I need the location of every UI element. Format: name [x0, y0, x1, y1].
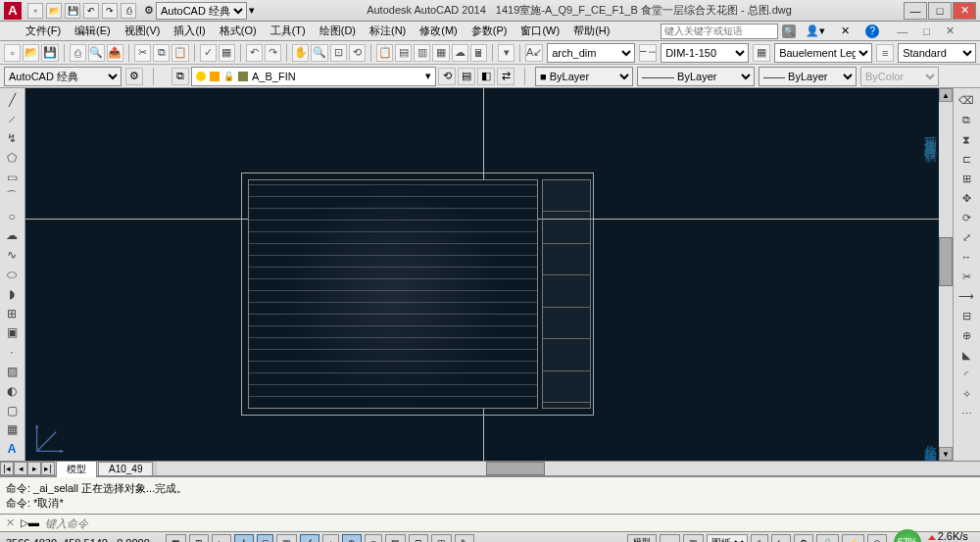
lwt-button[interactable]: ≡	[365, 534, 381, 543]
plot-icon[interactable]: ⎙	[70, 44, 86, 62]
hardware-accel-icon[interactable]: ⚡	[842, 534, 864, 543]
pline-icon[interactable]: ↯	[1, 129, 23, 149]
menu-draw[interactable]: 绘图(D)	[314, 22, 362, 40]
menu-help[interactable]: 帮助(H)	[567, 22, 615, 40]
annovis-icon[interactable]: A	[751, 534, 768, 543]
dim-style-icon[interactable]: ⊢⊣	[639, 44, 657, 62]
layer-select[interactable]: 🔓 A_B_FIN ▾	[191, 67, 436, 86]
circle-icon[interactable]: ○	[1, 207, 23, 226]
trim-icon[interactable]: ✂	[955, 267, 978, 286]
maximize-button[interactable]: □	[928, 2, 952, 20]
erase-icon[interactable]: ⌫	[955, 90, 978, 110]
xline-icon[interactable]: ⟋	[1, 110, 23, 129]
tab-model[interactable]: 模型	[56, 461, 97, 477]
vscrollbar[interactable]: ▲ ▼	[939, 88, 953, 461]
preview-icon[interactable]: 🔍	[88, 44, 105, 62]
text-style-select[interactable]: arch_dim	[547, 43, 635, 63]
annoauto-icon[interactable]: ⇆	[771, 534, 791, 543]
revcloud-icon[interactable]: ☁	[1, 226, 23, 246]
properties-icon[interactable]: 📋	[376, 44, 393, 62]
plotstyle-select[interactable]: ByColor	[860, 67, 939, 86]
menu-edit[interactable]: 编辑(E)	[69, 22, 117, 40]
osnap-button[interactable]: □	[257, 534, 273, 543]
gradient-icon[interactable]: ◐	[1, 381, 23, 401]
table-style-icon[interactable]: ▦	[753, 44, 770, 62]
hatch-icon[interactable]: ▨	[1, 362, 23, 381]
layer-iso-icon[interactable]: ◧	[477, 68, 495, 85]
move-icon[interactable]: ✥	[955, 188, 978, 208]
grid-button[interactable]: ⊞	[189, 534, 209, 543]
linetype-select[interactable]: ——— ByLayer	[637, 67, 755, 86]
hscrollbar[interactable]	[157, 462, 980, 475]
workspace-select[interactable]: AutoCAD 经典	[156, 2, 247, 20]
break-icon[interactable]: ⊟	[955, 306, 978, 325]
layer-manager-icon[interactable]: ⧉	[172, 68, 189, 85]
polygon-icon[interactable]: ⬠	[1, 148, 23, 168]
annoscale-select[interactable]: 图纸	[707, 534, 748, 543]
menu-insert[interactable]: 插入(I)	[168, 22, 211, 40]
model-button[interactable]: 模型	[627, 534, 657, 543]
qp-button[interactable]: ⊡	[409, 534, 428, 543]
3dosnap-button[interactable]: ▣	[276, 534, 297, 543]
ml-style-icon[interactable]: ≡	[876, 44, 894, 62]
ws-settings-icon[interactable]: ⚙	[125, 68, 143, 85]
tab-last-icon[interactable]: ▸|	[41, 462, 55, 475]
copy2-icon[interactable]: ⧉	[955, 110, 978, 129]
redo2-icon[interactable]: ↷	[265, 44, 281, 62]
calc-icon[interactable]: 🖩	[470, 44, 487, 62]
undo-icon[interactable]: ↶	[83, 3, 99, 19]
close-button[interactable]: ✕	[953, 2, 976, 20]
sc-button[interactable]: ◫	[431, 534, 452, 543]
offset-icon[interactable]: ⊏	[955, 149, 978, 169]
paste-icon[interactable]: 📋	[172, 44, 188, 62]
ws-switch-icon[interactable]: ⚙	[794, 534, 813, 543]
lineweight-select[interactable]: —— ByLayer	[759, 67, 857, 86]
drawing-canvas[interactable]: 种下希望就会收获 你是我的小呀小苹 ▲ ▼	[25, 88, 953, 461]
cut-icon[interactable]: ✂	[134, 44, 151, 62]
spline-icon[interactable]: ∿	[1, 245, 23, 265]
workspace-switcher[interactable]: ⚙ AutoCAD 经典 ▾	[144, 2, 255, 20]
save2-icon[interactable]: 💾	[41, 44, 58, 62]
dim-style-select[interactable]: DIM-1-150	[661, 43, 749, 63]
point-icon[interactable]: ·	[1, 342, 23, 362]
ssm-icon[interactable]: ▦	[432, 44, 449, 62]
menu-window[interactable]: 窗口(W)	[514, 22, 565, 40]
open-icon[interactable]: 📂	[46, 3, 62, 19]
undo2-icon[interactable]: ↶	[246, 44, 263, 62]
chamfer-icon[interactable]: ◣	[955, 345, 978, 365]
ducs-button[interactable]: ⟑	[322, 534, 339, 543]
app-logo-icon[interactable]: A	[4, 2, 22, 20]
mirror-icon[interactable]: ⧗	[955, 129, 978, 149]
qnew-icon[interactable]: ▫	[4, 44, 21, 62]
mtext-icon[interactable]: A	[1, 439, 23, 459]
snap-button[interactable]: ▦	[166, 534, 186, 543]
rectangle-icon[interactable]: ▭	[1, 168, 23, 187]
open2-icon[interactable]: 📂	[23, 44, 39, 62]
markup-icon[interactable]: ☁	[452, 44, 468, 62]
copy-icon[interactable]: ⧉	[153, 44, 170, 62]
text-style-icon[interactable]: A↙	[525, 44, 543, 62]
publish-icon[interactable]: 📤	[107, 44, 123, 62]
zoom-prev-icon[interactable]: ⟲	[349, 44, 366, 62]
match-icon[interactable]: ✓	[200, 44, 217, 62]
workspace2-select[interactable]: AutoCAD 经典	[4, 67, 122, 86]
block-icon[interactable]: ▦	[219, 44, 235, 62]
command-input[interactable]	[45, 517, 974, 529]
region-icon[interactable]: ▢	[1, 401, 23, 420]
table-icon[interactable]: ▦	[1, 420, 23, 440]
help-icon[interactable]: ?	[865, 25, 879, 38]
modify-more-icon[interactable]: ⋯	[955, 404, 978, 423]
zoom-win-icon[interactable]: ⊡	[330, 44, 347, 62]
tpy-button[interactable]: ▤	[385, 534, 406, 543]
toolbar-lock-icon[interactable]: 🔒	[816, 534, 839, 543]
fillet-icon[interactable]: ◜	[955, 365, 978, 384]
ellarc-icon[interactable]: ◗	[1, 284, 23, 304]
menu-view[interactable]: 视图(V)	[119, 22, 167, 40]
arc-icon[interactable]: ⌒	[1, 187, 23, 207]
ellipse-icon[interactable]: ⬭	[1, 265, 23, 284]
dyn-button[interactable]: ⊕	[342, 534, 362, 543]
menu-parametric[interactable]: 参数(P)	[466, 22, 514, 40]
menu-format[interactable]: 格式(O)	[214, 22, 263, 40]
signin-icon[interactable]: 👤▾	[800, 23, 831, 39]
search-input[interactable]	[661, 24, 778, 39]
